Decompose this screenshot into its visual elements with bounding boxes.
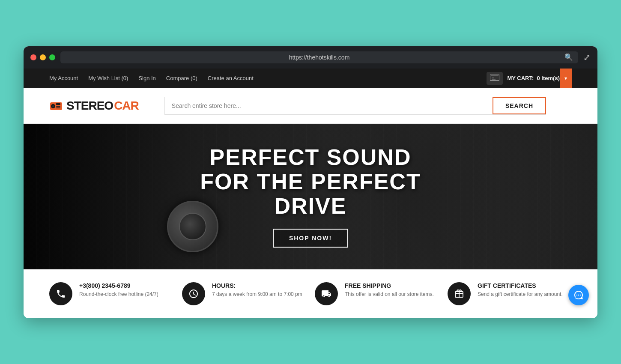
chat-icon xyxy=(573,290,584,300)
cart-label: MY CART: 0 item(s) xyxy=(507,75,560,81)
phone-icon xyxy=(49,282,72,305)
search-button[interactable]: SEARCH xyxy=(493,97,546,114)
feature-hours: HOURS: 7 days a week from 9:00 am to 7:0… xyxy=(182,282,306,305)
nav-dropdown-arrow[interactable]: ▾ xyxy=(560,69,572,88)
gift-icon xyxy=(448,282,471,305)
traffic-lights xyxy=(30,54,55,60)
hero-content: PERFECT SOUND FOR THE PERFECT DRIVE SHOP… xyxy=(167,145,454,248)
chat-widget[interactable] xyxy=(568,285,589,305)
browser-window: https://thehotskills.com 🔍 ⤢ My Account … xyxy=(24,46,597,318)
feature-gift: GIFT CERTIFICATES Send a gift certificat… xyxy=(448,282,572,305)
hero-title-line1: PERFECT SOUND xyxy=(167,145,454,170)
maximize-button[interactable] xyxy=(49,54,55,60)
hero-banner: PERFECT SOUND FOR THE PERFECT DRIVE SHOP… xyxy=(24,124,597,269)
feature-phone-text: +3(800) 2345-6789 Round-the-clock free h… xyxy=(79,282,158,298)
logo-stereo-text: STEREO xyxy=(66,99,113,113)
feature-hours-title: HOURS: xyxy=(212,282,302,289)
logo-car-text: CAR xyxy=(114,99,139,113)
svg-rect-6 xyxy=(56,107,60,108)
site-logo[interactable]: STEREO CAR xyxy=(49,99,139,113)
nav-my-account[interactable]: My Account xyxy=(49,75,78,81)
cart-count: 0 item(s) xyxy=(537,75,560,81)
feature-hours-text: HOURS: 7 days a week from 9:00 am to 7:0… xyxy=(212,282,302,298)
feature-shipping-desc: This offer is valid on all our store ite… xyxy=(345,291,434,298)
nav-compare[interactable]: Compare (0) xyxy=(166,75,197,81)
feature-hours-desc: 7 days a week from 9:00 am to 7:00 pm xyxy=(212,291,302,298)
feature-phone: +3(800) 2345-6789 Round-the-clock free h… xyxy=(49,282,173,305)
svg-point-9 xyxy=(580,294,581,295)
feature-shipping-title: FREE SHIPPING xyxy=(345,282,434,289)
svg-point-8 xyxy=(578,294,579,295)
search-input[interactable] xyxy=(165,97,493,114)
search-bar: SEARCH xyxy=(164,97,546,115)
feature-gift-title: GIFT CERTIFICATES xyxy=(478,282,563,289)
logo-icon xyxy=(49,99,63,113)
feature-shipping-text: FREE SHIPPING This offer is valid on all… xyxy=(345,282,434,298)
feature-phone-title: +3(800) 2345-6789 xyxy=(79,282,158,289)
minimize-button[interactable] xyxy=(40,54,46,60)
close-button[interactable] xyxy=(30,54,36,60)
nav-create-account[interactable]: Create an Account xyxy=(208,75,254,81)
url-display: https://thehotskills.com xyxy=(289,54,350,61)
nav-wishlist[interactable]: My Wish List (0) xyxy=(88,75,128,81)
feature-gift-text: GIFT CERTIFICATES Send a gift certificat… xyxy=(478,282,563,298)
svg-point-3 xyxy=(52,105,54,107)
top-nav-links: My Account My Wish List (0) Sign In Comp… xyxy=(49,75,254,81)
top-nav: My Account My Wish List (0) Sign In Comp… xyxy=(24,69,597,88)
address-bar[interactable]: https://thehotskills.com 🔍 xyxy=(60,51,578,63)
nav-signin[interactable]: Sign In xyxy=(138,75,155,81)
cart-icon xyxy=(487,72,503,85)
features-bar-wrapper: +3(800) 2345-6789 Round-the-clock free h… xyxy=(24,269,597,318)
svg-rect-4 xyxy=(56,103,60,105)
hero-title-line2: FOR THE PERFECT DRIVE xyxy=(167,170,454,218)
expand-icon[interactable]: ⤢ xyxy=(583,52,591,63)
cart-title: MY CART: xyxy=(507,75,534,81)
truck-icon xyxy=(315,282,338,305)
svg-rect-0 xyxy=(490,75,499,81)
browser-search-icon: 🔍 xyxy=(564,53,573,61)
clock-icon xyxy=(182,282,205,305)
shop-now-button[interactable]: SHOP NOW! xyxy=(273,229,348,248)
feature-gift-desc: Send a gift certificate for any amount. xyxy=(478,291,563,298)
feature-phone-desc: Round-the-clock free hotline (24/7) xyxy=(79,291,158,298)
svg-rect-5 xyxy=(56,106,60,107)
site-header: STEREO CAR SEARCH xyxy=(24,88,597,124)
svg-point-7 xyxy=(576,294,577,295)
cart-area[interactable]: MY CART: 0 item(s) xyxy=(487,72,560,85)
feature-shipping: FREE SHIPPING This offer is valid on all… xyxy=(315,282,439,305)
browser-chrome: https://thehotskills.com 🔍 ⤢ xyxy=(24,46,597,69)
features-bar: +3(800) 2345-6789 Round-the-clock free h… xyxy=(24,269,597,318)
